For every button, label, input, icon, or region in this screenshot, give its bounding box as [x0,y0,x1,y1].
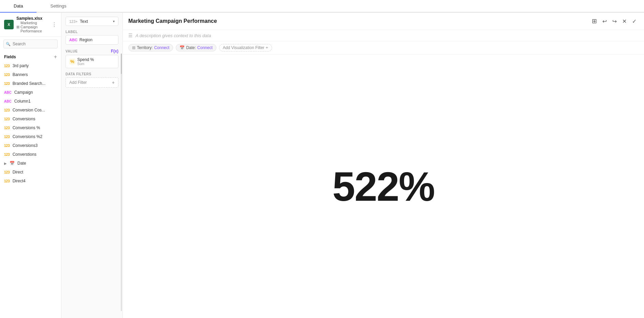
field-item-direct4[interactable]: 123 Direct4 [0,177,61,185]
field-item-conversions3[interactable]: 123 Conversions3 [0,141,61,150]
label-field-slot[interactable]: ABC Region [66,35,118,45]
add-viz-filter-plus-icon: + [266,45,268,50]
value-field-sub: Sum [77,62,94,66]
add-viz-filter-label: Add Visualization Filter [223,45,264,50]
description-icon: ☰ [128,33,133,38]
chart-title: Marketing Campaign Performance [128,18,217,24]
territory-filter-chip[interactable]: ⊞ Territory: Connect [128,44,173,51]
field-item-direct[interactable]: 123 Direct [0,168,61,177]
field-type-icon: 123 [4,73,10,77]
file-icon: X [4,20,14,29]
field-item-converstions[interactable]: 123 Converstions [0,150,61,159]
grid-view-button[interactable]: ⊞ [590,16,599,26]
file-name: Samples.xlsx [16,16,49,21]
viz-type-prefix: 123+ [69,19,78,24]
add-filter-label: Add Filter [69,80,87,85]
field-item-conversions[interactable]: 123 Conversions [0,115,61,123]
date-filter-label: Date: [186,45,196,50]
date-filter-link[interactable]: Connect [197,45,213,50]
field-type-icon: 123 [4,135,10,139]
big-number-display: 522% [332,163,434,210]
value-field-slot[interactable]: % Spend % Sum [66,55,118,68]
field-date-icon: 📅 [10,161,15,166]
fields-heading: Fields [4,55,16,59]
scroll-thumb [121,54,122,74]
date-filter-icon: 📅 [180,45,185,50]
undo-button[interactable]: ↩ [600,17,609,26]
field-type-icon: 123 [4,117,10,121]
field-type-icon: 123 [4,108,10,112]
description-placeholder[interactable]: A description gives context to this data [135,33,211,38]
territory-filter-label: Territory: [137,45,153,50]
field-item-conversions-pct2[interactable]: 123 Conversions %2 [0,132,61,141]
field-item-conversions-pct[interactable]: 123 Conversions % [0,123,61,132]
add-filter-button[interactable]: Add Filter + [66,77,118,88]
territory-filter-icon: ⊞ [132,45,135,50]
fx-button[interactable]: F(x) [111,49,118,54]
field-expand-icon: ▶ [4,162,7,165]
fields-list: 123 3rd party 123 Banners 123 Branded Se… [0,61,61,318]
search-input[interactable] [3,40,58,48]
file-more-button[interactable]: ⋮ [52,21,57,28]
label-section-heading: LABEL [66,30,118,34]
tab-settings[interactable]: Settings [37,0,80,13]
field-type-icon: 123 [4,82,10,86]
field-type-icon: 123 [4,126,10,130]
field-item-3rd-party[interactable]: 123 3rd party [0,61,61,70]
field-type-icon: 123 [4,170,10,174]
field-item-column1[interactable]: ABC Column1 [0,97,61,106]
territory-filter-link[interactable]: Connect [154,45,170,50]
value-field-name: Spend % [77,57,94,62]
label-field-name: Region [80,37,92,42]
redo-button[interactable]: ↪ [610,17,619,26]
data-filters-heading: DATA FILTERS [66,72,118,76]
field-type-icon: 123 [4,64,10,68]
field-item-banners[interactable]: 123 Banners [0,70,61,79]
tab-data[interactable]: Data [0,0,37,13]
add-viz-filter-button[interactable]: Add Visualization Filter + [219,44,272,51]
field-item-branded-search[interactable]: 123 Branded Search... [0,79,61,88]
confirm-button[interactable]: ✓ [630,17,639,26]
value-section-heading: VALUE [66,49,78,53]
field-type-icon: 123 [4,179,10,183]
add-field-button[interactable]: + [54,54,57,60]
viz-type-selector[interactable]: 123+ Text ▾ [66,17,118,26]
viz-type-label: Text [80,19,88,24]
field-type-icon: 123 [4,153,10,156]
file-sub: ⊞ Marketing Campaign Performance [16,21,49,33]
field-item-campaign[interactable]: ABC Campaign [0,88,61,97]
date-filter-chip[interactable]: 📅 Date: Connect [176,44,216,51]
field-type-icon: ABC [4,91,12,94]
label-field-icon: ABC [69,38,77,42]
chart-area: 522% [123,55,644,318]
scroll-track [121,54,122,311]
close-button[interactable]: ✕ [620,17,629,26]
field-type-icon: ABC [4,100,12,103]
viz-type-caret-icon: ▾ [113,19,115,23]
field-type-icon: 123 [4,144,10,148]
field-item-date[interactable]: ▶ 📅 Date [0,159,61,168]
add-filter-plus-icon: + [112,80,115,85]
value-field-icon: % [69,59,75,64]
field-item-conversion-cos[interactable]: 123 Conversion Cos... [0,106,61,115]
